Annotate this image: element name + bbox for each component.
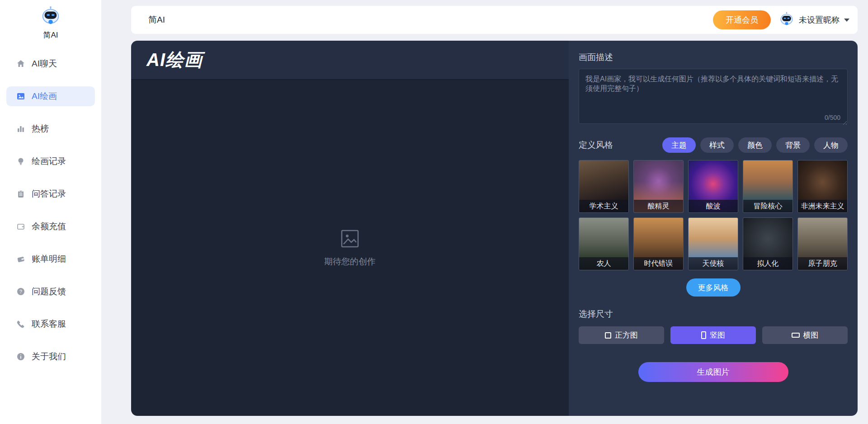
sidebar-item-label: AI绘画 xyxy=(32,90,57,102)
char-counter: 0/500 xyxy=(825,114,840,121)
sidebar-item-ai-draw[interactable]: AI绘画 xyxy=(6,86,95,106)
sidebar-item-qa-history[interactable]: 问答记录 xyxy=(6,184,95,204)
billing-icon xyxy=(16,254,25,264)
description-field-wrap: 0/500 xyxy=(579,69,848,126)
size-label: 选择尺寸 xyxy=(579,308,848,320)
robot-logo-icon xyxy=(40,5,61,28)
header-app-title: 简AI xyxy=(148,14,165,26)
size-portrait-button[interactable]: 竖图 xyxy=(670,326,756,344)
main-card: AI绘画 期待您的创作 画面描述 0/500 定义风格 主题 样式 xyxy=(131,41,858,416)
user-avatar xyxy=(779,11,794,28)
app-root: 简AI AI聊天 AI绘画 热榜 xyxy=(0,0,868,424)
image-icon xyxy=(16,92,25,101)
style-thumb-acid-fairy[interactable]: 酸精灵 xyxy=(633,160,684,213)
header-right-group: 开通会员 未设置昵称 xyxy=(713,10,849,29)
sidebar-item-about-us[interactable]: 关于我们 xyxy=(6,347,95,367)
size-button-label: 横图 xyxy=(803,330,819,340)
style-thumb-label: 拟人化 xyxy=(743,257,793,270)
description-label: 画面描述 xyxy=(579,52,848,63)
sidebar-item-feedback[interactable]: ? 问题反馈 xyxy=(6,282,95,302)
sidebar-item-label: 联系客服 xyxy=(32,318,66,330)
more-styles-row: 更多风格 xyxy=(579,278,848,297)
sidebar-item-label: 绘画记录 xyxy=(32,155,66,167)
sidebar-item-label: 问题反馈 xyxy=(32,286,66,297)
generate-row: 生成图片 xyxy=(579,362,848,382)
bulb-icon xyxy=(16,157,25,166)
svg-text:?: ? xyxy=(19,289,22,294)
style-tab-background[interactable]: 背景 xyxy=(776,137,810,153)
style-thumb-academicism[interactable]: 学术主义 xyxy=(579,160,629,213)
canvas-section: AI绘画 期待您的创作 xyxy=(131,41,569,416)
info-icon xyxy=(16,352,25,361)
style-thumb-afrofuturism[interactable]: 非洲未来主义 xyxy=(797,160,848,213)
style-thumb-anachronism[interactable]: 时代错误 xyxy=(633,217,684,270)
home-icon xyxy=(16,59,25,68)
brand-name: 简AI xyxy=(43,30,58,40)
style-thumb-atompunk[interactable]: 原子朋克 xyxy=(797,217,848,270)
style-thumb-adventure-core[interactable]: 冒险核心 xyxy=(743,160,793,213)
wallet-icon xyxy=(16,222,25,231)
control-panel: 画面描述 0/500 定义风格 主题 样式 颜色 背景 人物 学术主义 xyxy=(569,41,858,416)
open-membership-button[interactable]: 开通会员 xyxy=(713,10,771,29)
sidebar-item-billing-details[interactable]: 账单明细 xyxy=(6,249,95,269)
style-thumb-row: 学术主义 酸精灵 酸波 冒险核心 非洲未来主义 xyxy=(579,160,848,213)
question-icon: ? xyxy=(16,287,25,296)
page-title: AI绘画 xyxy=(146,47,203,72)
size-button-label: 竖图 xyxy=(710,330,725,340)
bar-chart-icon xyxy=(16,124,25,133)
style-thumb-label: 非洲未来主义 xyxy=(798,200,847,212)
style-thumb-label: 冒险核心 xyxy=(743,200,793,212)
sidebar-item-label: 关于我们 xyxy=(32,351,66,363)
style-thumb-anthropomorphic[interactable]: 拟人化 xyxy=(743,217,793,270)
sidebar-item-label: 问答记录 xyxy=(32,188,66,200)
style-thumb-label: 学术主义 xyxy=(579,200,628,212)
style-header-row: 定义风格 主题 样式 颜色 背景 人物 xyxy=(579,137,848,153)
sidebar-item-draw-history[interactable]: 绘画记录 xyxy=(6,151,95,171)
landscape-shape-icon xyxy=(792,333,800,338)
phone-icon xyxy=(16,320,25,329)
square-shape-icon xyxy=(605,332,611,339)
user-menu[interactable]: 未设置昵称 xyxy=(779,11,849,28)
sidebar-item-label: 热榜 xyxy=(32,123,49,135)
style-tab-style[interactable]: 样式 xyxy=(700,137,734,153)
clipboard-icon xyxy=(16,189,25,198)
style-thumb-label: 时代错误 xyxy=(634,257,683,270)
size-square-button[interactable]: 正方图 xyxy=(579,326,664,344)
style-tab-group: 主题 样式 颜色 背景 人物 xyxy=(662,137,848,153)
style-thumbnail-grid: 学术主义 酸精灵 酸波 冒险核心 非洲未来主义 农人 时代错误 天使核 拟人化 … xyxy=(579,160,848,270)
sidebar-item-ai-chat[interactable]: AI聊天 xyxy=(6,54,95,74)
style-thumb-label: 天使核 xyxy=(689,257,738,270)
style-thumb-farmer[interactable]: 农人 xyxy=(579,217,629,270)
style-label: 定义风格 xyxy=(579,139,613,151)
style-tab-theme[interactable]: 主题 xyxy=(662,137,696,153)
sidebar-item-hot-list[interactable]: 热榜 xyxy=(6,119,95,139)
top-header: 简AI 开通会员 未设置昵称 xyxy=(131,6,858,34)
generate-image-button[interactable]: 生成图片 xyxy=(638,362,788,382)
brand-logo-block: 简AI xyxy=(0,0,101,40)
style-thumb-label: 酸波 xyxy=(689,200,738,212)
portrait-shape-icon xyxy=(701,331,706,339)
size-button-group: 正方图 竖图 横图 xyxy=(579,326,848,344)
style-thumb-row: 农人 时代错误 天使核 拟人化 原子朋克 xyxy=(579,217,848,270)
style-thumb-label: 农人 xyxy=(579,257,628,270)
image-placeholder-icon xyxy=(340,229,360,250)
size-button-label: 正方图 xyxy=(615,330,638,340)
sidebar-item-label: AI聊天 xyxy=(32,58,57,70)
sidebar-item-contact-support[interactable]: 联系客服 xyxy=(6,314,95,334)
size-landscape-button[interactable]: 横图 xyxy=(762,326,848,344)
style-tab-color[interactable]: 颜色 xyxy=(738,137,772,153)
canvas-empty-text: 期待您的创作 xyxy=(324,256,376,268)
sidebar-item-label: 余额充值 xyxy=(32,221,66,232)
prompt-textarea[interactable] xyxy=(579,69,848,124)
style-thumb-label: 原子朋克 xyxy=(798,257,847,270)
style-thumb-label: 酸精灵 xyxy=(634,200,683,212)
style-thumb-acid-wave[interactable]: 酸波 xyxy=(688,160,738,213)
chevron-down-icon xyxy=(844,19,849,22)
sidebar-item-balance-recharge[interactable]: 余额充值 xyxy=(6,217,95,236)
style-thumb-angelcore[interactable]: 天使核 xyxy=(688,217,738,270)
style-tab-character[interactable]: 人物 xyxy=(814,137,848,153)
more-styles-button[interactable]: 更多风格 xyxy=(686,278,741,297)
username-label: 未设置昵称 xyxy=(799,14,840,25)
artwork-canvas: 期待您的创作 xyxy=(131,80,569,416)
sidebar-item-label: 账单明细 xyxy=(32,253,66,265)
